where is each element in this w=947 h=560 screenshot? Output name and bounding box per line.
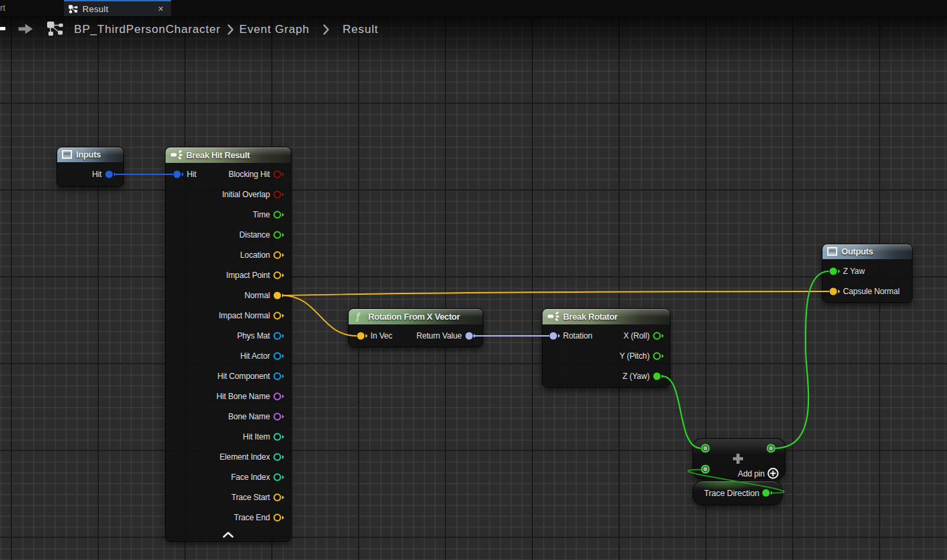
svg-text:ƒ: ƒ (355, 311, 361, 322)
